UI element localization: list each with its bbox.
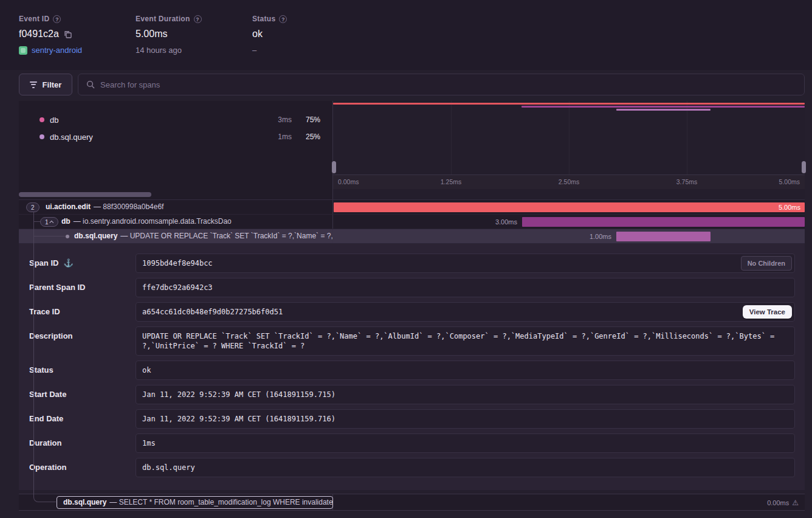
tree-scrollbar-thumb[interactable] (19, 192, 151, 197)
legend-op-name: db.sql.query (50, 133, 260, 142)
span-op: db.sql.query (74, 232, 117, 240)
no-children-badge[interactable]: No Children (741, 256, 792, 271)
search-icon (86, 80, 95, 89)
span-duration: 0.00ms (767, 499, 789, 506)
span-duration: 5.00ms (779, 204, 805, 211)
span-description: — SELECT * FROM room_table_modification_… (109, 498, 332, 506)
legend-op-percent: 25% (292, 133, 320, 141)
viewport-drag-handle-left[interactable] (332, 161, 336, 173)
span-description: — 88f300998a0b4e6f (94, 202, 163, 211)
span-detail-panel: Span ID ⚓ 1095bd4ef8e94bcc No Children P… (19, 244, 805, 490)
legend-op-duration: 3ms (260, 116, 292, 124)
detail-row-end-date: End Date Jan 11, 2022 9:52:39 AM CET (16… (29, 409, 795, 429)
detail-row-description: Description UPDATE OR REPLACE `Track` SE… (29, 326, 795, 356)
span-duration: 1.00ms (590, 229, 611, 244)
trace-id-value: a654cc61dc0b48ef9d0b27275b6f0d51 View Tr… (136, 302, 795, 322)
tree-connector-stub (34, 236, 66, 237)
tree-connector-curve (33, 494, 56, 502)
tree-connector-line (33, 212, 34, 494)
minimap-span-db-sql-query (616, 109, 710, 111)
view-trace-button[interactable]: View Trace (743, 305, 792, 319)
legend-op-duration: 1ms (260, 133, 292, 141)
toolbar: Filter (19, 74, 805, 95)
span-bar-db-sql-query[interactable] (616, 232, 710, 241)
anchor-icon[interactable]: ⚓ (63, 258, 73, 268)
project-link[interactable]: sentry-android (32, 46, 82, 55)
search-input[interactable] (100, 80, 796, 89)
minimap-chart-area: 0.00ms 1.25ms 2.50ms 3.75ms 5.00ms (333, 101, 805, 189)
span-minimap-section: db 3ms 75% db.sql.query 1ms 25% (19, 101, 805, 189)
start-date-value: Jan 11, 2022 9:52:39 AM CET (1641891159.… (136, 385, 795, 404)
span-op: ui.action.edit (46, 202, 91, 211)
warning-icon: ⚠ (792, 499, 799, 506)
minimap-span-ui-action-edit (333, 103, 805, 105)
event-id-block: Event ID ? f0491c2a sentry-android (19, 15, 82, 55)
tree-scrollbar-track[interactable] (19, 189, 333, 199)
event-header: Event ID ? f0491c2a sentry-android Event… (0, 0, 812, 70)
detail-row-duration: Duration 1ms (29, 433, 795, 453)
span-row-db[interactable]: 1 db— io.sentry.android.roomsample.data.… (19, 215, 805, 229)
time-axis: 0.00ms 1.25ms 2.50ms 3.75ms 5.00ms (333, 175, 805, 189)
children-count-badge[interactable]: 1 (40, 217, 58, 227)
platform-icon (19, 46, 27, 55)
search-bar[interactable] (78, 74, 805, 95)
operations-breakdown: db 3ms 75% db.sql.query 1ms 25% (19, 101, 333, 189)
status-sub: – (252, 46, 256, 55)
legend-op-name: db (50, 116, 260, 125)
legend-item-db-sql-query: db.sql.query 1ms 25% (19, 128, 332, 145)
tree-scrollbar-strip (19, 189, 805, 200)
copy-icon[interactable] (64, 30, 72, 38)
event-id-label: Event ID (19, 15, 49, 23)
viewport-drag-handle-right[interactable] (802, 161, 806, 173)
tree-connector-dot (66, 235, 69, 238)
span-bar-db[interactable] (522, 217, 805, 227)
gridline (451, 101, 452, 174)
gridline (687, 101, 687, 174)
span-op: db (61, 217, 71, 226)
filter-button[interactable]: Filter (19, 74, 72, 95)
detail-row-start-date: Start Date Jan 11, 2022 9:52:39 AM CET (… (29, 385, 795, 404)
event-id-value: f0491c2a (19, 29, 59, 40)
duration-value: 1ms (136, 433, 795, 453)
detail-row-status: Status ok (29, 361, 795, 380)
span-row-ui-action-edit[interactable]: 2 ui.action.edit— 88f300998a0b4e6f 5.00m… (19, 200, 805, 215)
legend-op-percent: 75% (292, 116, 320, 124)
status-label: Status (252, 15, 275, 23)
event-duration-label: Event Duration (136, 15, 190, 23)
span-row-db-sql-query-selected[interactable]: db.sql.query— UPDATE OR REPLACE `Track` … (19, 229, 805, 244)
detail-row-span-id: Span ID ⚓ 1095bd4ef8e94bcc No Children (29, 254, 795, 273)
span-row-db-sql-query-select[interactable]: db.sql.query— SELECT * FROM room_table_m… (19, 494, 805, 511)
status-value: ok (252, 29, 263, 40)
span-trace-page: Event ID ? f0491c2a sentry-android Event… (0, 0, 812, 518)
help-icon[interactable]: ? (194, 15, 202, 23)
axis-tick-label: 5.00ms (779, 178, 800, 185)
help-icon[interactable]: ? (53, 15, 61, 23)
axis-tick-label: 3.75ms (676, 178, 697, 185)
end-date-value: Jan 11, 2022 9:52:39 AM CET (1641891159.… (136, 409, 795, 429)
span-bar-ui-action-edit[interactable]: 5.00ms (334, 202, 805, 212)
span-id-value: 1095bd4ef8e94bcc No Children (136, 254, 795, 273)
help-icon[interactable]: ? (279, 15, 287, 23)
children-count-badge[interactable]: 2 (26, 202, 40, 212)
gridline (569, 101, 569, 174)
operation-value: db.sql.query (136, 458, 795, 477)
event-age: 14 hours ago (136, 46, 182, 55)
axis-tick-label: 1.25ms (441, 178, 461, 185)
focused-span-title[interactable]: db.sql.query— SELECT * FROM room_table_m… (57, 496, 333, 509)
tree-connector-stub (34, 221, 40, 222)
span-description: — io.sentry.android.roomsample.data.Trac… (74, 217, 232, 226)
event-duration-value: 5.00ms (136, 29, 167, 40)
span-duration: 3.00ms (495, 215, 517, 229)
minimap-viewport[interactable] (333, 101, 805, 175)
event-duration-block: Event Duration ? 5.00ms 14 hours ago (136, 15, 202, 55)
axis-tick-label: 2.50ms (559, 178, 579, 185)
filter-icon (30, 81, 37, 88)
parent-span-id-value: ffe7dbc92a6942c3 (136, 278, 795, 297)
status-value-box: ok (136, 361, 795, 380)
chevron-up-icon (49, 220, 53, 224)
detail-row-trace-id: Trace ID a654cc61dc0b48ef9d0b27275b6f0d5… (29, 302, 795, 322)
span-description: — UPDATE OR REPLACE `Track` SET `TrackId… (120, 232, 333, 240)
db-color-dot (40, 117, 44, 122)
db-sql-query-color-dot (40, 134, 44, 139)
span-op: db.sql.query (63, 498, 106, 506)
